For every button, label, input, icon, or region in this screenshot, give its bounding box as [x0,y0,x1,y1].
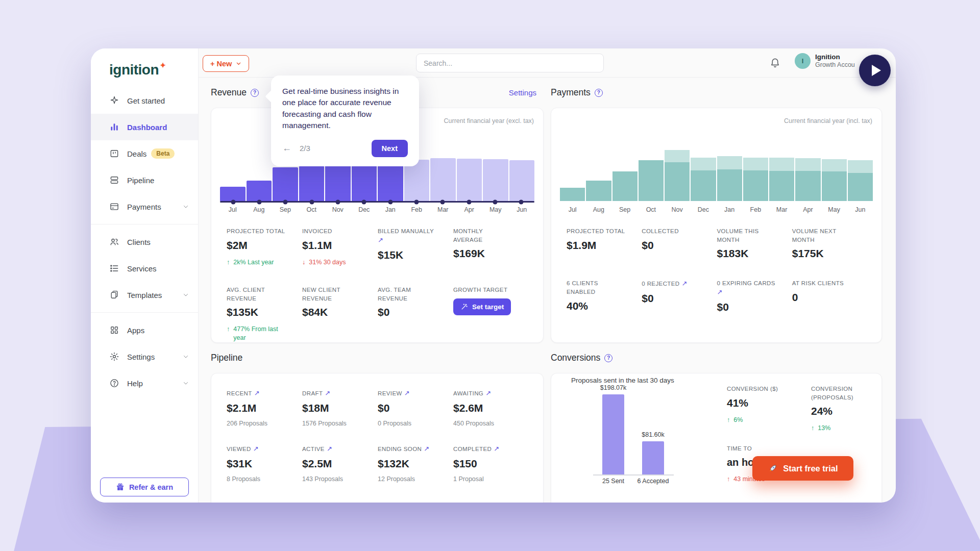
chevron-down-icon[interactable] [183,380,189,386]
sidebar-item-pipeline[interactable]: Pipeline [91,167,198,193]
open-link-arrow-icon[interactable]: ↗ [251,445,259,453]
help-circle-icon[interactable]: ? [251,89,259,97]
sidebar-item-deals[interactable]: DealsBeta [91,140,198,167]
rocket-icon [768,463,778,473]
revenue-stat-new-client-revenue: NEW CLIENT REVENUE$84K [302,286,378,342]
stat-label: MONTHLY AVERAGE [453,227,513,244]
chevron-down-icon[interactable] [183,292,189,298]
sidebar-item-label: Payments [127,203,161,211]
open-link-arrow-icon[interactable]: ↗ [717,288,777,297]
stat-value: $183K [717,247,792,260]
month-label: Dec [352,206,377,213]
gift-icon [116,483,125,491]
payments-bar-jul [560,188,585,201]
payments-bar-aug [586,181,611,201]
chevron-down-icon[interactable] [183,354,189,360]
search-input[interactable] [416,54,604,72]
open-link-arrow-icon[interactable]: ↗ [402,389,410,397]
payments-bar-jan [717,156,742,201]
settings-icon [109,352,119,362]
play-video-button[interactable] [859,55,891,86]
stat-delta: ↓31% 30 days [302,258,363,266]
sidebar-item-dashboard[interactable]: Dashboard [91,114,198,140]
set-target-button[interactable]: Set target [453,298,511,315]
sidebar-item-label: Get started [127,96,165,105]
conversions-card: Proposals sent in the last 30 days $198.… [551,373,882,503]
stat-value: $0 [378,402,453,414]
refer-earn-button[interactable]: Refer & earn [100,478,189,496]
payments-card: Current financial year (incl. tax) JulAu… [551,108,882,343]
pipeline-stat-draft: DRAFT ↗$18M1576 Proposals [302,389,378,427]
stat-label[interactable]: BILLED MANUALLY↗ [378,227,438,245]
new-button[interactable]: + New [203,55,249,72]
open-link-arrow-icon[interactable]: ↗ [492,445,499,453]
open-link-arrow-icon[interactable]: ↗ [323,389,330,397]
stat-label[interactable]: AWAITING ↗ [453,389,513,398]
revenue-bar-sep [273,167,298,201]
stat-label: AT RISK CLIENTS [792,279,852,288]
stat-label[interactable]: 0 REJECTED ↗ [642,279,702,289]
revenue-stat-avg-client-revenue: AVG. CLIENT REVENUE$135K↑477% From last … [227,286,302,342]
stat-label[interactable]: VIEWED ↗ [227,444,287,454]
help-circle-icon[interactable]: ? [604,354,612,362]
sidebar-item-clients[interactable]: Clients [91,229,198,255]
start-free-trial-button[interactable]: Start free trial [752,456,853,481]
stat-value: $0 [717,301,792,313]
sidebar-item-help[interactable]: Help [91,370,198,396]
revenue-bar-may [483,159,508,201]
stat-label[interactable]: 0 EXPIRING CARDS↗ [717,279,777,297]
stat-label[interactable]: REVIEW ↗ [378,389,438,398]
account-menu[interactable]: I Ignition Growth Accou [795,53,862,69]
arrow-down-icon: ↓ [302,258,305,266]
month-label: Dec [691,206,716,213]
stat-proposal-count: 450 Proposals [453,420,529,427]
sidebar-item-label: Apps [127,326,144,335]
axis-dot [336,199,340,204]
clients-icon [109,237,119,247]
stat-label[interactable]: RECENT ↗ [227,389,287,398]
open-link-arrow-icon[interactable]: ↗ [378,236,438,245]
payments-bar-apr [795,158,820,201]
open-link-arrow-icon[interactable]: ↗ [422,445,429,453]
payments-bar-jun [848,160,873,201]
sidebar-item-settings[interactable]: Settings [91,343,198,370]
notification-bell-icon[interactable] [769,57,781,71]
axis-dot [493,199,498,204]
revenue-stat-projected-total: PROJECTED TOTAL$2M↑2k% Last year [227,227,302,266]
stat-label: INVOICED [302,227,362,236]
open-link-arrow-icon[interactable]: ↗ [483,389,491,397]
stat-label[interactable]: ACTIVE ↗ [302,444,362,454]
sidebar-item-payments[interactable]: Payments [91,193,198,220]
help-circle-icon[interactable]: ? [595,89,603,97]
revenue-bar-apr [457,159,482,201]
logo[interactable]: ignition ✦ [91,48,198,87]
stat-value: $175K [792,247,867,260]
back-arrow-icon[interactable]: ← [282,143,291,154]
revenue-settings-link[interactable]: Settings [509,88,536,97]
month-label: Sep [273,206,298,213]
sidebar-item-get-started[interactable]: Get started [91,87,198,114]
open-link-arrow-icon[interactable]: ↗ [325,445,332,453]
tooltip-next-button[interactable]: Next [372,140,408,157]
open-link-arrow-icon[interactable]: ↗ [252,389,260,397]
stat-label[interactable]: DRAFT ↗ [302,389,362,398]
stat-label[interactable]: ENDING SOON ↗ [378,444,438,454]
proposals-bar-6-accepted [642,441,664,474]
stat-delta: ↑13% [811,424,872,432]
account-name: Ignition [815,53,862,61]
payments-bar-feb [743,158,768,201]
revenue-title: Revenue [211,87,247,98]
stat-conversion: CONVERSION ($)41%↑6% [727,385,803,424]
chevron-down-icon[interactable] [183,204,189,210]
payments-header: Payments ? [551,78,882,108]
sidebar-item-apps[interactable]: Apps [91,317,198,343]
stat-label: AVG. CLIENT REVENUE [227,286,287,303]
sidebar-item-services[interactable]: Services [91,255,198,282]
stat-delta: ↑2k% Last year [227,258,288,266]
sidebar-item-templates[interactable]: Templates [91,282,198,308]
stat-proposal-count: 143 Proposals [302,475,378,483]
pipeline-stat-recent: RECENT ↗$2.1M206 Proposals [227,389,302,427]
open-link-arrow-icon[interactable]: ↗ [680,280,688,287]
stat-label[interactable]: COMPLETED ↗ [453,444,513,454]
sidebar-item-label: Pipeline [127,176,154,185]
